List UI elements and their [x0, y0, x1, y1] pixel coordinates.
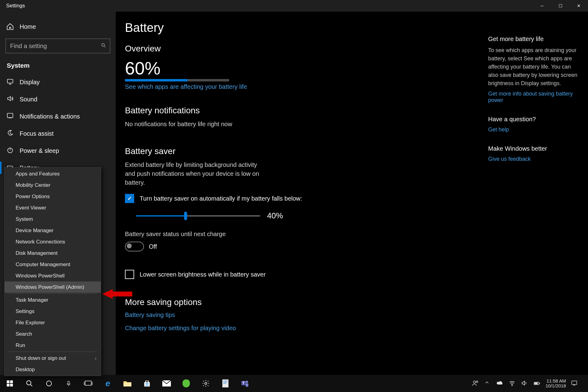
- right-panel: Get more battery life To see which apps …: [488, 36, 580, 175]
- ctx-item[interactable]: Network Connections: [5, 236, 101, 247]
- search-input[interactable]: [9, 42, 101, 50]
- store-icon[interactable]: [137, 375, 157, 392]
- settings-icon-taskbar[interactable]: [196, 375, 216, 392]
- mic-icon[interactable]: [59, 375, 78, 392]
- svg-rect-23: [223, 382, 228, 383]
- auto-saver-checkbox[interactable]: [125, 194, 134, 203]
- tray-overflow-icon[interactable]: [484, 380, 492, 387]
- chevron-right-icon: ›: [95, 356, 96, 361]
- ctx-item[interactable]: Device Manager: [5, 225, 101, 236]
- ctx-item[interactable]: Shut down or sign out›: [5, 352, 101, 364]
- ctx-separator: [8, 293, 97, 294]
- sidebar-section: System: [7, 62, 116, 69]
- ctx-separator: [8, 352, 97, 352]
- maximize-button[interactable]: ☐: [551, 0, 570, 12]
- minimize-button[interactable]: ─: [533, 0, 551, 12]
- ctx-item[interactable]: Event Viewer: [5, 202, 101, 213]
- ctx-item[interactable]: System: [5, 213, 101, 225]
- svg-point-28: [473, 381, 476, 383]
- video-settings-link[interactable]: Change battery settings for playing vide…: [125, 325, 588, 332]
- svg-rect-13: [85, 381, 91, 385]
- svg-rect-24: [223, 383, 226, 384]
- tray-clock[interactable]: 11:58 AM 10/1/2018: [545, 379, 566, 389]
- sidebar-item-focus[interactable]: Focus assist: [0, 125, 116, 142]
- sidebar-home-label: Home: [20, 23, 36, 30]
- svg-rect-17: [146, 385, 147, 386]
- sidebar-item-power[interactable]: Power & sleep: [0, 142, 116, 159]
- svg-point-29: [476, 381, 478, 383]
- svg-point-11: [47, 381, 52, 386]
- window-title: Settings: [6, 3, 25, 9]
- ctx-item[interactable]: Mobility Center: [5, 179, 101, 191]
- app-icon-doc[interactable]: [216, 375, 235, 392]
- task-view-icon[interactable]: [78, 375, 98, 392]
- svg-rect-16: [147, 383, 148, 384]
- r3-link[interactable]: Give us feedback: [488, 156, 580, 162]
- svg-point-30: [512, 385, 512, 386]
- r1-link[interactable]: Get more info about saving battery power: [488, 91, 580, 104]
- svg-rect-8: [7, 384, 9, 386]
- auto-saver-label: Turn battery saver on automatically if m…: [140, 195, 302, 202]
- battery-progress: [125, 79, 229, 81]
- search-icon: [101, 43, 106, 49]
- action-center-icon[interactable]: [571, 380, 578, 387]
- svg-rect-2: [7, 113, 13, 118]
- start-button[interactable]: [0, 375, 20, 392]
- r2-link[interactable]: Get help: [488, 126, 580, 133]
- ctx-item[interactable]: Disk Management: [5, 247, 101, 259]
- ctx-item[interactable]: Settings: [5, 306, 101, 317]
- sidebar-item-sound[interactable]: Sound: [0, 91, 116, 108]
- search-icon-taskbar[interactable]: [20, 375, 39, 392]
- ctx-item[interactable]: Windows PowerShell: [5, 270, 101, 281]
- cortana-icon[interactable]: [39, 375, 59, 392]
- svg-rect-6: [7, 380, 9, 383]
- search-input-wrap[interactable]: [6, 39, 110, 53]
- people-icon[interactable]: [472, 380, 479, 387]
- sidebar-item-notifications[interactable]: Notifications & actions: [0, 108, 116, 125]
- ctx-item[interactable]: Apps and Features: [5, 168, 101, 179]
- saver-toggle[interactable]: [125, 242, 144, 251]
- saver-status-label: Battery saver status until next charge: [125, 230, 266, 239]
- tips-link[interactable]: Battery saving tips: [125, 311, 588, 318]
- taskbar: e T 11:58 AM 10/1/2018: [0, 375, 588, 392]
- app-icon-green[interactable]: [176, 375, 196, 392]
- svg-rect-14: [123, 383, 131, 386]
- explorer-icon[interactable]: [118, 375, 137, 392]
- close-button[interactable]: ✕: [570, 0, 588, 12]
- sound-icon: [6, 95, 14, 104]
- ctx-item[interactable]: Windows PowerShell (Admin): [5, 281, 101, 293]
- ctx-item[interactable]: Task Manager: [5, 294, 101, 306]
- onedrive-icon[interactable]: [496, 380, 504, 387]
- sidebar-item-display[interactable]: Display: [0, 74, 116, 91]
- ctx-item[interactable]: Power Options: [5, 191, 101, 202]
- svg-rect-18: [147, 385, 148, 386]
- teams-icon[interactable]: T: [235, 375, 255, 392]
- svg-rect-1: [7, 79, 13, 83]
- display-icon: [6, 78, 14, 87]
- svg-point-0: [102, 43, 104, 46]
- svg-rect-33: [572, 381, 577, 385]
- brightness-checkbox[interactable]: [125, 270, 134, 279]
- threshold-slider[interactable]: [136, 215, 260, 217]
- ctx-item[interactable]: Computer Management: [5, 259, 101, 270]
- svg-text:T: T: [242, 381, 245, 385]
- system-tray: 11:58 AM 10/1/2018: [472, 375, 588, 392]
- sidebar-home[interactable]: Home: [0, 18, 116, 35]
- mail-icon[interactable]: [157, 375, 176, 392]
- ctx-item[interactable]: File Explorer: [5, 317, 101, 328]
- r1-heading: Get more battery life: [488, 36, 580, 43]
- wifi-icon[interactable]: [509, 380, 516, 387]
- winx-menu: Apps and FeaturesMobility CenterPower Op…: [4, 167, 101, 376]
- notifications-icon: [6, 112, 14, 121]
- ctx-item[interactable]: Run: [5, 340, 101, 351]
- svg-point-10: [27, 381, 31, 385]
- slider-thumb[interactable]: [184, 212, 187, 220]
- battery-tray-icon[interactable]: [533, 380, 541, 387]
- ctx-item[interactable]: Desktop: [5, 364, 101, 375]
- apps-affecting-link[interactable]: See which apps are affecting your batter…: [125, 83, 247, 90]
- notifications-text: No notifications for battery life right …: [125, 120, 309, 129]
- volume-icon[interactable]: [521, 380, 528, 387]
- edge-icon[interactable]: e: [98, 375, 118, 392]
- ctx-item[interactable]: Search: [5, 328, 101, 340]
- svg-rect-22: [223, 381, 228, 381]
